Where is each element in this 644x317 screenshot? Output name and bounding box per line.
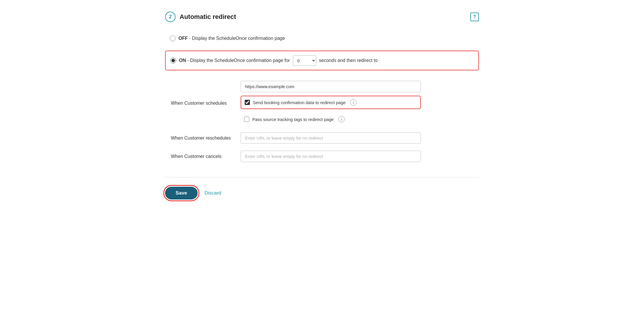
pass-tracking-label: Pass source tracking tags to redirect pa… — [252, 117, 334, 122]
reschedules-control-group — [241, 129, 479, 147]
actions-row: Save Discard — [165, 187, 479, 200]
on-radio-row: ON - Display the ScheduleOnce confirmati… — [165, 51, 479, 70]
schedules-url-input[interactable] — [241, 81, 421, 92]
schedules-control-group: Send booking confirmation data to redire… — [241, 77, 479, 129]
section-title: Automatic redirect — [180, 13, 236, 21]
page-container: 2 Automatic redirect ? OFF - Display the… — [148, 0, 496, 211]
seconds-select[interactable]: 0 1 2 3 4 5 10 15 20 30 — [293, 55, 316, 66]
off-radio-row: OFF - Display the ScheduleOnce confirmat… — [165, 31, 479, 45]
on-radio-suffix: seconds and then redirect to — [319, 58, 378, 63]
checkboxes-group: Send booking confirmation data to redire… — [241, 96, 479, 125]
send-booking-label: Send booking confirmation data to redire… — [253, 100, 346, 105]
cancels-url-input[interactable] — [241, 151, 421, 162]
send-booking-row: Send booking confirmation data to redire… — [241, 96, 421, 109]
discard-button[interactable]: Discard — [205, 190, 221, 196]
pass-tracking-row: Pass source tracking tags to redirect pa… — [241, 113, 421, 125]
reschedules-url-input[interactable] — [241, 132, 421, 144]
send-booking-checkbox[interactable] — [245, 100, 250, 105]
on-radio-content: ON - Display the ScheduleOnce confirmati… — [179, 55, 378, 66]
schedules-label: When Customer schedules — [171, 77, 241, 129]
form-grid: When Customer schedules Send booking con… — [171, 77, 479, 165]
cancels-label: When Customer cancels — [171, 147, 241, 165]
step-circle: 2 — [165, 12, 176, 22]
pass-tracking-info-icon[interactable]: i — [338, 116, 345, 122]
save-button[interactable]: Save — [165, 187, 198, 200]
reschedules-label: When Customer reschedules — [171, 129, 241, 147]
on-radio-label: ON - Display the ScheduleOnce confirmati… — [179, 58, 290, 63]
on-radio-input[interactable] — [170, 58, 176, 63]
pass-tracking-checkbox[interactable] — [244, 117, 249, 122]
send-booking-info-icon[interactable]: i — [350, 99, 357, 106]
off-radio-input[interactable] — [170, 35, 176, 41]
cancels-control-group — [241, 147, 479, 165]
section-title-group: 2 Automatic redirect — [165, 12, 236, 22]
off-radio-label: OFF - Display the ScheduleOnce confirmat… — [178, 36, 285, 41]
divider — [165, 177, 479, 177]
help-icon[interactable]: ? — [470, 13, 479, 21]
section-header: 2 Automatic redirect ? — [165, 12, 479, 22]
